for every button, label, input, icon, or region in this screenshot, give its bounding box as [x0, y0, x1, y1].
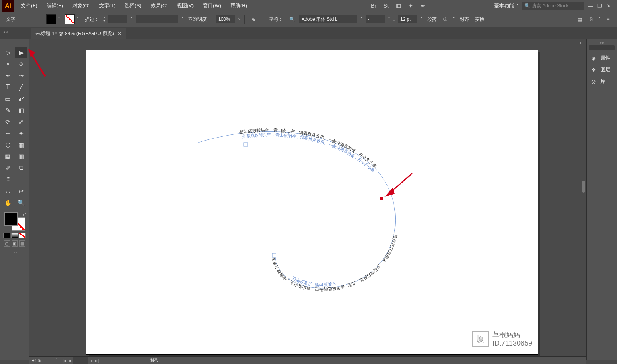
- fill-stroke-block[interactable]: ⇄: [3, 211, 26, 232]
- arrange-icon[interactable]: ▦: [393, 2, 403, 10]
- prev-icon[interactable]: ◂: [68, 358, 71, 363]
- menu-edit[interactable]: 编辑(E): [42, 0, 68, 12]
- stroke-stepper[interactable]: ▴▾: [103, 16, 105, 22]
- next-icon[interactable]: ▸: [91, 358, 93, 363]
- svg-rect-7: [380, 197, 383, 200]
- artboard-tool[interactable]: ▱: [2, 186, 14, 196]
- mesh-tool[interactable]: ▩: [2, 151, 14, 162]
- annotation-arrow: [24, 45, 55, 82]
- hand-tool[interactable]: ✋: [2, 197, 14, 208]
- blend-tool[interactable]: ⧉: [15, 163, 27, 173]
- eyedropper-tool[interactable]: ✐: [2, 163, 14, 173]
- collapse-dock-icon[interactable]: ▸▸: [587, 40, 617, 45]
- fill-color[interactable]: [4, 212, 18, 226]
- opacity-field[interactable]: 100%: [216, 15, 235, 23]
- document-tab[interactable]: 未标题-1* @ 84% (RGB/GPU 预览) ×: [31, 28, 126, 39]
- gradient-tool[interactable]: ▥: [15, 151, 27, 162]
- close-tab-icon[interactable]: ×: [118, 30, 121, 37]
- symbol-sprayer-tool[interactable]: ⠿: [2, 174, 14, 185]
- scale-tool[interactable]: ⤢: [15, 116, 27, 127]
- collapse-tools-icon[interactable]: ◂◂: [3, 29, 8, 34]
- slice-tool[interactable]: ✂: [15, 186, 27, 196]
- opacity-arrow[interactable]: ›: [238, 17, 240, 22]
- workspace-label: 基本功能: [494, 2, 514, 9]
- menu-select[interactable]: 选择(S): [120, 0, 146, 12]
- menu-file[interactable]: 文件(F): [16, 0, 42, 12]
- properties-icon: ◈: [590, 55, 597, 61]
- swap-colors-icon[interactable]: ⇄: [22, 211, 26, 216]
- stroke-swatch[interactable]: ˅: [65, 14, 80, 24]
- vertical-scrollbar[interactable]: [581, 39, 586, 355]
- size-stepper[interactable]: ▴▾: [393, 16, 395, 22]
- magic-wand-tool[interactable]: ✧: [2, 59, 14, 69]
- panel-icon-2[interactable]: ⎘: [587, 15, 595, 23]
- eraser-tool[interactable]: ◧: [15, 105, 27, 116]
- status-mode[interactable]: 移动: [147, 357, 163, 364]
- type-tool[interactable]: T: [2, 82, 14, 92]
- search-icon: 🔍: [524, 3, 530, 8]
- bridge-icon[interactable]: Br: [369, 2, 379, 10]
- workspace-switcher[interactable]: 基本功能 ˅: [491, 2, 522, 9]
- path-text-object[interactable]: 是非成败转头空，青山依旧在，惯看秋月春风。一壶浊酒喜相逢，古今多少事 是非成败转…: [202, 131, 418, 277]
- menu-help[interactable]: 帮助(H): [226, 0, 252, 12]
- control-bar: 文字 ˅ ˅ 描边： ▴▾ ˅ ˅ 不透明度： 100% › ⊕ 字符： 🔍 A…: [0, 12, 617, 27]
- edit-toolbar-icon[interactable]: ⋯: [12, 250, 17, 255]
- menu-type[interactable]: 文字(T): [94, 0, 120, 12]
- graph-tool[interactable]: ⫼: [15, 174, 27, 185]
- panel-properties[interactable]: ◈属性: [587, 52, 617, 64]
- panel-icon-1[interactable]: ▤: [575, 15, 584, 23]
- canvas-area[interactable]: ▸▸ 是非成败转头空，青山依旧在，惯看秋月春风。一壶浊酒喜相逢，古今多少事 是非…: [29, 39, 586, 360]
- menu-object[interactable]: 对象(O): [68, 0, 94, 12]
- align-label[interactable]: 对齐: [458, 16, 470, 23]
- close-button[interactable]: ✕: [607, 3, 611, 9]
- width-tool[interactable]: ↔: [2, 128, 14, 139]
- panel-grip[interactable]: [589, 45, 615, 50]
- rectangle-tool[interactable]: ▭: [2, 93, 14, 104]
- menu-view[interactable]: 视图(V): [172, 0, 198, 12]
- shaper-tool[interactable]: ✎: [2, 105, 14, 116]
- stock-search[interactable]: 🔍 搜索 Adobe Stock: [522, 2, 584, 10]
- font-style[interactable]: -: [366, 15, 385, 23]
- color-mode-trio[interactable]: [3, 233, 26, 238]
- app-logo: Ai: [2, 0, 14, 12]
- artboard-number[interactable]: 1: [73, 357, 88, 364]
- panel-libraries[interactable]: ◎库: [587, 75, 617, 87]
- feather-icon[interactable]: ✒: [418, 2, 428, 10]
- panel-layers[interactable]: ❖图层: [587, 64, 617, 75]
- stock-icon[interactable]: St: [381, 2, 391, 10]
- paragraph-icon[interactable]: ⦾: [441, 15, 450, 23]
- screen-modes[interactable]: ▢▣▤: [4, 240, 25, 247]
- free-transform-tool[interactable]: ✦: [15, 128, 27, 139]
- first-icon[interactable]: |◂: [62, 358, 66, 363]
- pen-tool[interactable]: ✒: [2, 70, 14, 81]
- artboard-nav[interactable]: |◂ ◂ 1 ▸ ▸|: [60, 357, 101, 364]
- line-tool[interactable]: ╱: [15, 82, 27, 92]
- search-font-icon[interactable]: 🔍: [288, 15, 296, 23]
- last-icon[interactable]: ▸|: [95, 358, 99, 363]
- zoom-tool[interactable]: 🔍: [15, 197, 27, 208]
- font-family[interactable]: Adobe 宋体 Std L: [299, 15, 357, 23]
- paintbrush-tool[interactable]: 🖌: [15, 93, 27, 104]
- maximize-button[interactable]: ❐: [597, 3, 602, 9]
- transform-label[interactable]: 变换: [474, 16, 486, 23]
- fill-swatch[interactable]: ˅: [46, 14, 62, 24]
- brush-field[interactable]: [136, 15, 178, 23]
- rotate-tool[interactable]: ⟳: [2, 116, 14, 127]
- minimize-button[interactable]: —: [588, 3, 593, 9]
- zoom-level[interactable]: 84%˅: [29, 358, 60, 363]
- selection-tool[interactable]: ▷: [2, 47, 14, 58]
- artboard[interactable]: 是非成败转头空，青山依旧在，惯看秋月春风。一壶浊酒喜相逢，古今多少事 是非成败转…: [86, 50, 538, 354]
- panel-icon-3[interactable]: ≡: [604, 15, 612, 23]
- stroke-weight[interactable]: [108, 15, 127, 23]
- menu-window[interactable]: 窗口(W): [198, 0, 226, 12]
- libraries-icon: ◎: [590, 78, 597, 84]
- font-size[interactable]: 12 pt: [398, 15, 417, 23]
- perspective-tool[interactable]: ▦: [15, 139, 27, 150]
- tool-panel: ⋯⋯ ▷ ▶ ✧ ⌽ ✒ ⤳ T ╱ ▭ 🖌 ✎ ◧ ⟳ ⤢ ↔ ✦ ⬡ ▦ ▩…: [0, 39, 29, 360]
- shape-builder-tool[interactable]: ⬡: [2, 139, 14, 150]
- recolor-icon[interactable]: ⊕: [249, 15, 258, 23]
- paragraph-label[interactable]: 段落: [426, 16, 438, 23]
- menu-bar: Ai 文件(F) 编辑(E) 对象(O) 文字(T) 选择(S) 效果(C) 视…: [0, 0, 617, 12]
- gpu-icon[interactable]: ✦: [406, 2, 416, 10]
- menu-effect[interactable]: 效果(C): [146, 0, 172, 12]
